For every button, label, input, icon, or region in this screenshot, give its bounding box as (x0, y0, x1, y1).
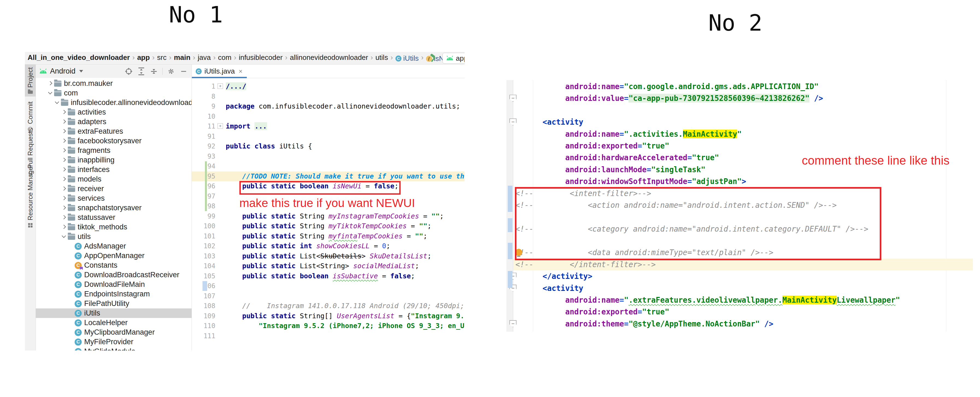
breadcrumb-item-iutils[interactable]: CiUtils (395, 54, 419, 62)
tree-item-constants[interactable]: CConstants (36, 261, 192, 270)
chevron-right-icon[interactable] (60, 175, 68, 183)
run-configuration-selector[interactable]: app (442, 53, 465, 64)
tab-iutils-java[interactable]: C iUtils.java × (192, 65, 247, 78)
code-line-93[interactable]: 93 (192, 151, 465, 162)
tree-item-interfaces[interactable]: interfaces (36, 165, 192, 174)
code-line-106[interactable]: 106 (192, 281, 465, 291)
tree-item-utils[interactable]: utils (36, 232, 192, 241)
code-line-108[interactable]: 108 // Instagram 141.0.0.17.118 Android … (192, 301, 465, 311)
xml-code-line[interactable]: </activity> (514, 270, 973, 282)
chevron-right-icon[interactable] (60, 204, 68, 212)
code-line-10[interactable]: 10 (192, 112, 465, 122)
build-hammer-icon[interactable] (429, 54, 438, 64)
hide-panel-icon[interactable] (180, 67, 188, 75)
tree-item-downloadfilemain[interactable]: CDownloadFileMain (36, 280, 192, 289)
code-line-105[interactable]: 105 public static boolean isSubactive = … (192, 271, 465, 281)
breadcrumb-item-utils[interactable]: utils (375, 53, 388, 62)
chevron-right-icon[interactable] (60, 185, 68, 193)
xml-code-line[interactable]: <activity (514, 330, 973, 332)
tree-item-extrafeatures[interactable]: extraFeatures (36, 127, 192, 136)
code-editor[interactable]: 1+/.../89package com.infusiblecoder.alli… (192, 78, 465, 351)
xml-code-line[interactable]: <activity (514, 116, 973, 128)
xml-code-line[interactable]: android:name="com.google.android.gms.ads… (514, 81, 973, 92)
tree-item-myglidemodule[interactable]: CMyGlideModule (36, 347, 192, 351)
chevron-right-icon[interactable] (60, 214, 68, 221)
breadcrumb-item-main[interactable]: main (174, 53, 191, 62)
locate-target-icon[interactable] (125, 67, 133, 75)
tree-item-br.com.mauker[interactable]: br.com.mauker (36, 79, 192, 88)
chevron-right-icon[interactable] (60, 195, 68, 202)
chevron-down-icon[interactable] (54, 99, 61, 106)
chevron-right-icon[interactable] (60, 118, 68, 126)
code-line-101[interactable]: 101 public static String myfintaTempCook… (192, 231, 465, 241)
project-view-selector[interactable]: Android (50, 67, 75, 75)
tree-item-statussaver[interactable]: statussaver (36, 213, 192, 222)
code-line-91[interactable]: 91 (192, 132, 465, 142)
breadcrumb-item-java[interactable]: java (197, 53, 211, 62)
tree-item-adsmanager[interactable]: CAdsManager (36, 241, 192, 251)
code-line-102[interactable]: 102 public static int showCookiesLL = 0; (192, 241, 465, 251)
chevron-right-icon[interactable] (60, 223, 68, 231)
tree-item-snapchatstorysaver[interactable]: snapchatstorysaver (36, 203, 192, 213)
tool-window-tab-project[interactable]: Project (25, 65, 36, 97)
tree-item-receiver[interactable]: receiver (36, 184, 192, 194)
tree-item-endpointsinstagram[interactable]: CEndpointsInstagram (36, 289, 192, 299)
code-line-8[interactable]: 8 (192, 92, 465, 102)
chevron-right-icon[interactable] (47, 80, 54, 87)
code-line-9[interactable]: 9package com.infusiblecoder.allinonevide… (192, 101, 465, 112)
fold-toggle-icon[interactable]: + (218, 123, 223, 129)
breadcrumb-item-src[interactable]: src (157, 53, 167, 62)
tree-item-appopenmanager[interactable]: CAppOpenManager (36, 251, 192, 261)
tree-item-filepathutility[interactable]: CFilePathUtility (36, 299, 192, 308)
code-line-99[interactable]: 99 public static String myInstagramTempC… (192, 211, 465, 222)
code-line-92[interactable]: 92public class iUtils { (192, 141, 465, 151)
tree-item-models[interactable]: models (36, 174, 192, 184)
chevron-right-icon[interactable] (60, 137, 68, 145)
code-line-110[interactable]: 110 "Instagram 9.5.2 (iPhone7,2; iPhone … (192, 321, 465, 331)
breadcrumb-item-app[interactable]: app (137, 53, 150, 62)
tree-item-iutils[interactable]: CiUtils (36, 308, 192, 318)
xml-code-line[interactable]: android:theme="@style/AppTheme.NoActionB… (514, 318, 973, 330)
breadcrumb-item-com[interactable]: com (218, 53, 231, 62)
code-line-100[interactable]: 100 public static String myTiktokTempCoo… (192, 221, 465, 231)
code-line-103[interactable]: 103 public static List<SkuDetails> SkuDe… (192, 251, 465, 261)
breadcrumb-item-infusiblecoder[interactable]: infusiblecoder (239, 53, 283, 62)
code-line-95[interactable]: 95 //TODO NOTE: Should make it true if y… (192, 171, 465, 182)
tool-window-tab-resource-manager[interactable]: Resource Manager (25, 164, 36, 228)
xml-code-line[interactable] (514, 104, 973, 116)
xml-code-line[interactable]: android:exported="true" (514, 306, 973, 318)
chevron-right-icon[interactable] (60, 108, 68, 116)
breadcrumb-item-all_in_one_video_downloader[interactable]: All_in_one_video_downloader (28, 53, 130, 62)
tree-item-downloadbroadcastreceiver[interactable]: CDownloadBroadcastReceiver (36, 270, 192, 280)
chevron-right-icon[interactable] (60, 156, 68, 164)
breadcrumb-item-allinonevideodownloader[interactable]: allinonevideodownloader (290, 53, 368, 62)
chevron-right-icon[interactable] (60, 147, 68, 154)
tree-item-myclipboardmanager[interactable]: CMyClipboardManager (36, 328, 192, 337)
code-line-94[interactable]: 94 (192, 161, 465, 171)
tree-item-com[interactable]: com (36, 88, 192, 98)
chevron-right-icon[interactable] (60, 166, 68, 173)
chevron-down-icon[interactable] (47, 89, 54, 97)
code-line-104[interactable]: 104 public static List<String> socialMed… (192, 261, 465, 271)
close-icon[interactable]: × (239, 67, 242, 75)
chevron-right-icon[interactable] (60, 128, 68, 135)
xml-code-line[interactable]: android:value="ca-app-pub-73079215285603… (514, 92, 973, 104)
xml-code-line[interactable]: android:exported="true" (514, 140, 973, 152)
collapse-all-icon[interactable] (150, 67, 158, 75)
xml-code-line[interactable]: android:name=".activities.MainActivity" (514, 128, 973, 140)
settings-gear-icon[interactable] (167, 67, 175, 75)
xml-code-line[interactable]: android:windowSoftInputMode="adjustPan"> (514, 175, 973, 187)
tree-item-adapters[interactable]: adapters (36, 117, 192, 127)
expand-all-icon[interactable] (137, 67, 145, 75)
tree-item-localehelper[interactable]: CLocaleHelper (36, 318, 192, 328)
tree-item-facebookstorysaver[interactable]: facebookstorysaver (36, 136, 192, 146)
tree-item-activities[interactable]: activities (36, 107, 192, 117)
code-line-111[interactable]: 111 (192, 331, 465, 341)
tree-item-infusiblecoder.allinonevideodownloader[interactable]: infusiblecoder.allinonevideodownloader (36, 98, 192, 107)
tree-item-services[interactable]: services (36, 194, 192, 203)
code-line-109[interactable]: 109 public static String[] UserAgentsLis… (192, 311, 465, 321)
tree-item-myfileprovider[interactable]: CMyFileProvider (36, 337, 192, 347)
tree-item-fragments[interactable]: fragments (36, 146, 192, 155)
xml-code-line[interactable]: android:name=".extraFeatures.videolivewa… (514, 294, 973, 306)
chevron-down-icon[interactable] (60, 233, 68, 240)
